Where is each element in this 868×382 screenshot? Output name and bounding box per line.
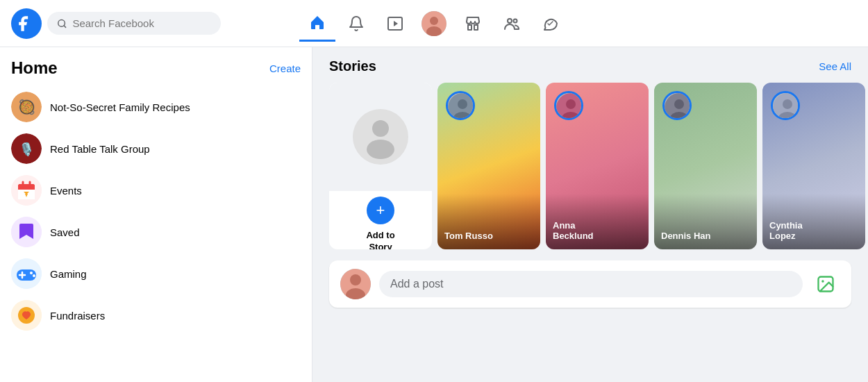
stories-header: Stories See All bbox=[329, 58, 851, 74]
svg-point-37 bbox=[458, 99, 467, 109]
story-name-anna: AnnaBecklund bbox=[553, 220, 642, 241]
sidebar-item-red-table[interactable]: 🎙️ Red Table Talk Group bbox=[6, 128, 306, 169]
see-all-button[interactable]: See All bbox=[819, 60, 851, 72]
svg-point-52 bbox=[821, 280, 824, 283]
sidebar-item-label-saved: Saved bbox=[50, 226, 80, 238]
svg-point-9 bbox=[508, 19, 512, 23]
svg-text:🥘: 🥘 bbox=[18, 99, 35, 115]
sidebar-item-label-gaming: Gaming bbox=[50, 268, 87, 280]
nav-groups-button[interactable] bbox=[494, 6, 530, 42]
post-box: Add a post bbox=[329, 260, 851, 308]
top-navigation bbox=[0, 0, 868, 47]
story-name-cynthia: CynthiaLopez bbox=[769, 220, 858, 241]
red-table-icon: 🎙️ bbox=[11, 133, 42, 164]
add-story-label: Add toStory bbox=[335, 230, 426, 249]
svg-line-1 bbox=[64, 25, 66, 27]
add-story-plus[interactable]: + bbox=[367, 197, 394, 224]
saved-icon bbox=[11, 217, 42, 247]
svg-marker-3 bbox=[394, 21, 398, 26]
story-name-dennis: Dennis Han bbox=[661, 231, 750, 241]
sidebar-item-label-events: Events bbox=[50, 185, 82, 197]
svg-point-34 bbox=[372, 120, 389, 137]
nav-watch-button[interactable] bbox=[377, 6, 413, 42]
nav-profile-button[interactable] bbox=[416, 6, 452, 42]
story-gradient bbox=[654, 194, 757, 249]
sidebar: Home Create 🥘 Not-So-Secret Family Recip… bbox=[0, 47, 312, 382]
gaming-icon bbox=[11, 258, 42, 289]
add-post-button[interactable]: Add a post bbox=[379, 271, 803, 297]
search-bar[interactable] bbox=[47, 12, 221, 35]
search-input[interactable] bbox=[72, 17, 211, 29]
post-user-avatar bbox=[340, 269, 371, 299]
sidebar-item-events[interactable]: Events bbox=[6, 169, 306, 211]
svg-point-5 bbox=[430, 17, 438, 25]
svg-point-40 bbox=[566, 99, 576, 109]
main-content: Stories See All + Add toStory bbox=[312, 47, 868, 382]
sidebar-header: Home Create bbox=[6, 58, 306, 86]
add-photo-button[interactable] bbox=[811, 269, 840, 299]
nav-notifications-button[interactable] bbox=[338, 6, 374, 42]
sidebar-title: Home bbox=[11, 58, 58, 78]
svg-rect-8 bbox=[474, 25, 478, 30]
svg-rect-18 bbox=[18, 187, 35, 190]
add-story-bottom: + Add toStory bbox=[329, 191, 432, 249]
svg-point-29 bbox=[30, 272, 33, 274]
tom-russo-avatar bbox=[446, 91, 475, 120]
create-button[interactable]: Create bbox=[269, 63, 301, 74]
add-story-bg bbox=[329, 83, 432, 191]
nav-home-button[interactable] bbox=[299, 6, 335, 42]
anna-becklund-avatar bbox=[554, 91, 583, 120]
dennis-han-avatar bbox=[662, 91, 692, 120]
stories-title: Stories bbox=[329, 58, 376, 74]
sidebar-item-label-recipes: Not-So-Secret Family Recipes bbox=[50, 101, 190, 113]
cynthia-lopez-avatar bbox=[771, 91, 800, 120]
nav-center bbox=[299, 6, 569, 42]
stories-row: + Add toStory Tom Russo bbox=[329, 83, 851, 249]
nav-marketplace-button[interactable] bbox=[455, 6, 491, 42]
story-dennis-han[interactable]: Dennis Han bbox=[654, 83, 757, 249]
svg-point-30 bbox=[33, 274, 35, 277]
profile-avatar bbox=[422, 11, 446, 36]
svg-point-46 bbox=[783, 99, 792, 109]
sidebar-item-saved[interactable]: Saved bbox=[6, 211, 306, 253]
svg-rect-7 bbox=[468, 25, 471, 30]
svg-text:🎙️: 🎙️ bbox=[19, 142, 35, 157]
sidebar-item-label-fundraisers: Fundraisers bbox=[50, 310, 105, 322]
svg-point-49 bbox=[350, 274, 361, 285]
sidebar-item-label-red-table: Red Table Talk Group bbox=[50, 143, 150, 155]
sidebar-item-recipes[interactable]: 🥘 Not-So-Secret Family Recipes bbox=[6, 86, 306, 128]
sidebar-item-gaming[interactable]: Gaming bbox=[6, 253, 306, 294]
story-anna-becklund[interactable]: AnnaBecklund bbox=[546, 83, 649, 249]
facebook-logo[interactable] bbox=[11, 8, 42, 39]
story-cynthia-lopez[interactable]: CynthiaLopez bbox=[762, 83, 865, 249]
nav-messenger-button[interactable] bbox=[533, 6, 569, 42]
svg-point-35 bbox=[367, 140, 394, 159]
fundraisers-icon bbox=[11, 300, 42, 331]
story-gradient bbox=[437, 194, 540, 249]
story-tom-russo[interactable]: Tom Russo bbox=[437, 83, 540, 249]
events-icon bbox=[11, 175, 42, 206]
search-icon bbox=[57, 18, 67, 29]
story-add[interactable]: + Add toStory bbox=[329, 83, 432, 249]
svg-point-43 bbox=[674, 99, 684, 109]
recipes-icon: 🥘 bbox=[11, 92, 42, 122]
main-layout: Home Create 🥘 Not-So-Secret Family Recip… bbox=[0, 47, 868, 382]
photo-icon bbox=[816, 274, 835, 294]
sidebar-item-fundraisers[interactable]: Fundraisers bbox=[6, 294, 306, 336]
svg-point-10 bbox=[514, 19, 517, 22]
story-name-tom: Tom Russo bbox=[444, 231, 533, 241]
